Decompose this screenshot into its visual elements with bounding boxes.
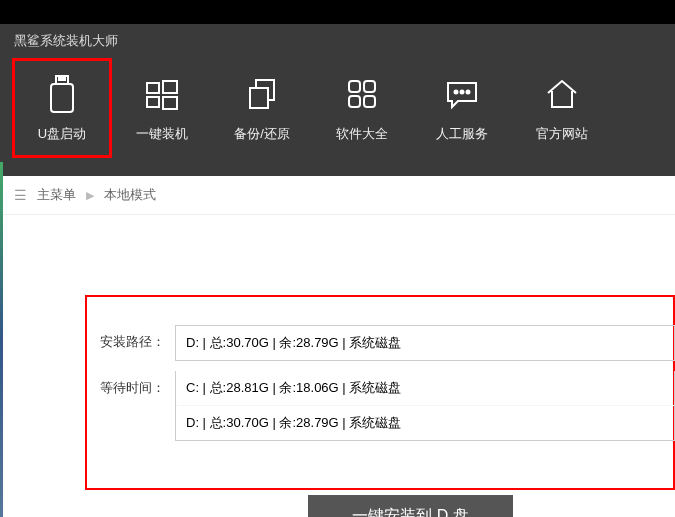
nav-support[interactable]: 人工服务 bbox=[412, 58, 512, 158]
install-path-row: 安装路径： D: | 总:30.70G | 余:28.79G | 系统磁盘 bbox=[100, 325, 675, 361]
svg-rect-3 bbox=[51, 84, 73, 112]
nav-usb-boot[interactable]: U盘启动 bbox=[12, 58, 112, 158]
window-titlebar bbox=[0, 0, 675, 24]
svg-rect-1 bbox=[59, 78, 61, 80]
wait-time-row: 等待时间： C: | 总:28.81G | 余:18.06G | 系统磁盘 D:… bbox=[100, 371, 675, 441]
install-form: 安装路径： D: | 总:30.70G | 余:28.79G | 系统磁盘 等待… bbox=[100, 325, 675, 451]
svg-rect-4 bbox=[147, 83, 159, 93]
breadcrumb-current: 本地模式 bbox=[104, 186, 156, 204]
drive-option-c[interactable]: C: | 总:28.81G | 余:18.06G | 系统磁盘 bbox=[176, 371, 674, 406]
install-path-label: 安装路径： bbox=[100, 325, 175, 351]
install-button-label: 一键安装到 D 盘 bbox=[352, 506, 468, 518]
install-button[interactable]: 一键安装到 D 盘 bbox=[308, 495, 513, 517]
svg-rect-7 bbox=[163, 97, 177, 109]
svg-point-14 bbox=[455, 91, 458, 94]
nav-label: U盘启动 bbox=[38, 125, 86, 143]
main-nav: U盘启动 一键装机 备份/还原 bbox=[0, 58, 675, 176]
nav-software[interactable]: 软件大全 bbox=[312, 58, 412, 158]
nav-website[interactable]: 官方网站 bbox=[512, 58, 612, 158]
breadcrumb-main[interactable]: 主菜单 bbox=[37, 186, 76, 204]
home-icon bbox=[541, 73, 583, 115]
install-path-select[interactable]: D: | 总:30.70G | 余:28.79G | 系统磁盘 bbox=[175, 325, 675, 361]
nav-label: 备份/还原 bbox=[234, 125, 290, 143]
sidebar-edge bbox=[0, 162, 3, 517]
svg-point-16 bbox=[467, 91, 470, 94]
nav-label: 官方网站 bbox=[536, 125, 588, 143]
windows-icon bbox=[141, 73, 183, 115]
svg-rect-5 bbox=[163, 81, 177, 93]
app-title: 黑鲨系统装机大师 bbox=[0, 24, 675, 58]
svg-rect-2 bbox=[63, 78, 65, 80]
apps-icon bbox=[341, 73, 383, 115]
drive-dropdown[interactable]: C: | 总:28.81G | 余:18.06G | 系统磁盘 D: | 总:3… bbox=[175, 371, 675, 441]
header: 黑鲨系统装机大师 U盘启动 bbox=[0, 24, 675, 176]
breadcrumb: ☰ 主菜单 ▶ 本地模式 bbox=[0, 176, 675, 215]
svg-rect-11 bbox=[364, 81, 375, 92]
nav-label: 软件大全 bbox=[336, 125, 388, 143]
svg-rect-12 bbox=[349, 96, 360, 107]
nav-one-click-install[interactable]: 一键装机 bbox=[112, 58, 212, 158]
nav-backup-restore[interactable]: 备份/还原 bbox=[212, 58, 312, 158]
svg-rect-6 bbox=[147, 97, 159, 107]
nav-label: 一键装机 bbox=[136, 125, 188, 143]
wait-time-label: 等待时间： bbox=[100, 371, 175, 397]
svg-rect-10 bbox=[349, 81, 360, 92]
svg-rect-13 bbox=[364, 96, 375, 107]
drive-option-d[interactable]: D: | 总:30.70G | 余:28.79G | 系统磁盘 bbox=[176, 406, 674, 440]
copy-icon bbox=[241, 73, 283, 115]
install-path-value: D: | 总:30.70G | 余:28.79G | 系统磁盘 bbox=[176, 326, 674, 360]
chevron-right-icon: ▶ bbox=[86, 189, 94, 202]
nav-label: 人工服务 bbox=[436, 125, 488, 143]
usb-icon bbox=[41, 73, 83, 115]
chat-icon bbox=[441, 73, 483, 115]
svg-point-15 bbox=[461, 91, 464, 94]
list-icon: ☰ bbox=[14, 187, 27, 203]
svg-rect-9 bbox=[250, 88, 268, 108]
